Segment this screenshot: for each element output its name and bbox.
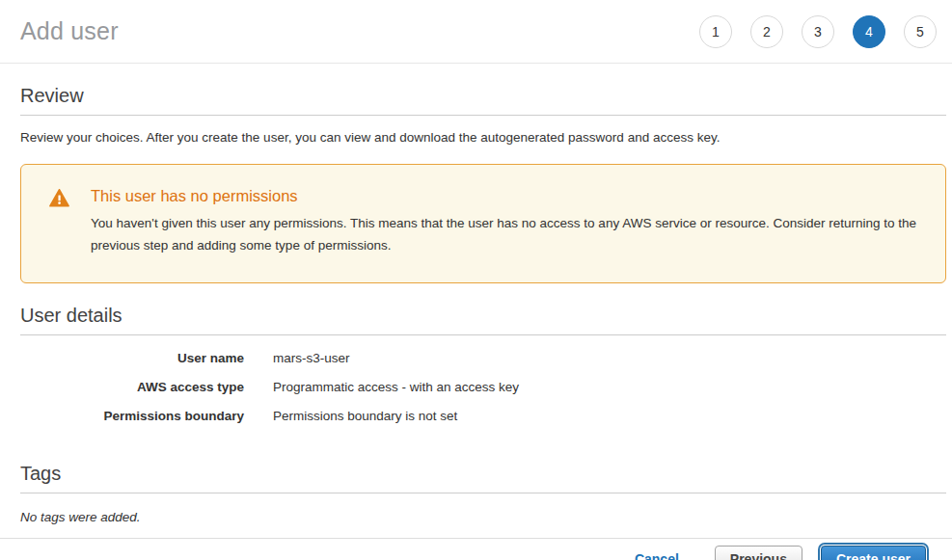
- user-details-list: User name mars-s3-user AWS access type P…: [20, 349, 946, 426]
- step-circle-5[interactable]: 5: [904, 15, 937, 48]
- page-title: Add user: [20, 17, 119, 45]
- section-divider: [20, 493, 946, 493]
- wizard-header: Add user 1 2 3 4 5: [0, 0, 952, 64]
- warning-text: This user has no permissions You haven't…: [91, 187, 922, 256]
- user-details-heading: User details: [20, 305, 946, 327]
- review-description: Review your choices. After you create th…: [20, 129, 946, 147]
- section-divider: [20, 115, 946, 116]
- step-circle-4[interactable]: 4: [853, 15, 885, 48]
- cancel-link[interactable]: Cancel: [635, 551, 679, 560]
- step-indicator: 1 2 3 4 5: [699, 15, 937, 48]
- warning-body: You haven't given this user any permissi…: [91, 212, 922, 256]
- step-circle-3[interactable]: 3: [802, 15, 834, 48]
- step-circle-2[interactable]: 2: [750, 15, 783, 48]
- section-divider: [20, 334, 946, 335]
- step-circle-1[interactable]: 1: [699, 15, 732, 48]
- review-heading: Review: [20, 85, 946, 107]
- detail-label-permissions-boundary: Permissions boundary: [20, 407, 244, 426]
- detail-label-access-type: AWS access type: [20, 378, 244, 397]
- previous-button[interactable]: Previous: [715, 546, 802, 560]
- tags-heading: Tags: [20, 463, 946, 485]
- no-permissions-warning: This user has no permissions You haven't…: [20, 164, 946, 283]
- wizard-footer: Cancel Previous Create user: [0, 538, 952, 560]
- detail-label-user-name: User name: [20, 349, 244, 368]
- detail-value-user-name: mars-s3-user: [273, 349, 946, 368]
- tags-empty-message: No tags were added.: [20, 510, 946, 524]
- detail-value-permissions-boundary: Permissions boundary is not set: [273, 407, 946, 426]
- create-user-button[interactable]: Create user: [821, 546, 926, 560]
- warning-title: This user has no permissions: [91, 187, 922, 205]
- review-step-content: Review Review your choices. After you cr…: [0, 64, 952, 538]
- detail-value-access-type: Programmatic access - with an access key: [273, 378, 946, 397]
- warning-triangle-icon: [49, 189, 69, 207]
